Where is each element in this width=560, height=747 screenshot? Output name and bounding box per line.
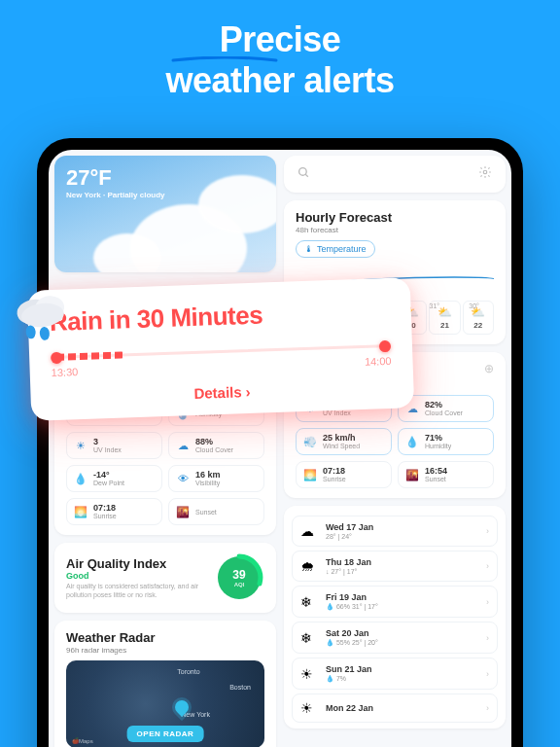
day-row[interactable]: ❄ Sat 20 Jan 💧 55% 25° | 20° › <box>292 622 498 654</box>
rain-alert-card[interactable]: Rain in 30 Minutes 13:30 14:00 Details › <box>27 277 414 421</box>
weather-icon: ☀ <box>300 700 318 716</box>
day-row[interactable]: ☁ Wed 17 Jan 28° | 24° › <box>292 516 498 547</box>
stat-label: UV Index <box>93 446 122 453</box>
stat-value: 07:18 <box>323 467 346 476</box>
spark-temp: 31° <box>429 302 439 309</box>
stat-label: Humidity <box>425 443 451 449</box>
marketing-line1: Precise <box>0 21 560 58</box>
weather-icon: ☀ <box>300 666 318 682</box>
right-column: Hourly Forecast 48h forecast 🌡 Temperatu… <box>284 156 506 747</box>
svg-point-1 <box>299 168 307 176</box>
day-row[interactable]: ☀ Sun 21 Jan 💧 7% › <box>292 658 498 690</box>
search-card <box>284 156 506 193</box>
details-label: Details <box>193 383 242 402</box>
aqi-title: Air Quality Index <box>66 556 204 571</box>
search-icon[interactable] <box>298 165 310 183</box>
thermometer-icon: 🌡 <box>304 244 313 254</box>
stat-icon: 💧 <box>405 435 419 448</box>
weather-icon: ❄ <box>300 630 318 646</box>
rain-cloud-icon <box>10 289 77 343</box>
weather-icon: ❄ <box>300 594 318 610</box>
day-name: Sun 21 Jan <box>326 664 478 674</box>
day-name: Mon 22 Jan <box>326 703 478 713</box>
stat-item: ☁ 88% Cloud Cover <box>168 432 264 459</box>
svg-point-7 <box>25 325 36 339</box>
timeline-start-handle[interactable] <box>51 352 62 364</box>
aqi-gauge: 39AQI <box>214 552 264 603</box>
day-summary: 💧 55% 25° | 20° <box>326 639 478 647</box>
stat-value: 16:54 <box>425 467 447 476</box>
gear-icon[interactable] <box>478 165 492 183</box>
map-attribution: 🍎Maps <box>72 737 93 744</box>
hourly-subtitle: 48h forecast <box>296 226 494 234</box>
stat-value: -14° <box>93 471 124 480</box>
timeline-end-handle[interactable] <box>379 340 391 352</box>
svg-point-8 <box>39 326 50 340</box>
hourly-title: Hourly Forecast <box>296 210 494 225</box>
stat-icon: 🌇 <box>176 505 190 518</box>
marketing-line2: weather alerts <box>0 62 560 99</box>
stat-item: 🌇 Sunset <box>168 498 264 525</box>
stat-value: 25 km/h <box>323 434 360 443</box>
stat-value: 3 <box>93 438 122 446</box>
stat-value: 82% <box>425 401 463 409</box>
day-name: Fri 19 Jan <box>326 592 478 602</box>
stat-item: 👁 16 km Visibility <box>168 465 264 492</box>
chevron-right-icon: › <box>486 561 489 571</box>
spark-temp: 30° <box>469 302 479 309</box>
day-row[interactable]: 🌧 Thu 18 Jan ↓ 27° | 17° › <box>292 551 498 582</box>
radar-card: Weather Radar 96h radar images Toronto B… <box>54 621 276 747</box>
stat-grid-left: ⏲ Pressure💧 Humidity☀ 3 UV Index☁ 88% Cl… <box>66 401 264 525</box>
map-city-label: Toronto <box>177 668 199 675</box>
alert-title: Rain in 30 Minutes <box>49 296 390 338</box>
daily-forecast-card: ☁ Wed 17 Jan 28° | 24° ›🌧 Thu 18 Jan ↓ 2… <box>284 506 506 729</box>
aqi-unit: AQI <box>234 582 245 587</box>
stat-item: 💨 25 km/h Wind Speed <box>296 428 392 455</box>
stat-icon: 💧 <box>74 472 88 485</box>
stat-label: Dew Point <box>93 480 124 486</box>
stat-value: 16 km <box>195 471 221 480</box>
radar-map[interactable]: Toronto Boston New York Baltimore 🍎Maps … <box>66 660 264 747</box>
stat-item: 🌇 16:54 Sunset <box>398 461 494 488</box>
current-weather-hero[interactable]: 27°F New York · Partially cloudy <box>54 156 276 272</box>
chevron-right-icon: › <box>486 526 489 536</box>
day-summary: 💧 7% <box>326 675 478 683</box>
tablet-frame: 27°F New York · Partially cloudy ⏲ Press… <box>37 138 523 747</box>
weather-icon: ☁ <box>300 523 318 539</box>
svg-line-2 <box>305 174 308 177</box>
chevron-right-icon: › <box>486 669 489 679</box>
more-icon[interactable]: ⊕ <box>484 362 494 375</box>
map-city-label: Boston <box>229 684 251 691</box>
aqi-card[interactable]: Air Quality Index Good Air quality is co… <box>54 543 276 613</box>
stat-label: Sunset <box>425 476 447 482</box>
day-row[interactable]: ☀ Mon 22 Jan › <box>292 694 498 723</box>
stat-item: 🌅 07:18 Sunrise <box>66 498 162 525</box>
alert-details-button[interactable]: Details › <box>52 378 392 407</box>
alert-start-time: 13:30 <box>52 366 79 378</box>
chevron-right-icon: › <box>486 597 489 607</box>
stat-icon: 🌅 <box>74 505 88 518</box>
stat-icon: 👁 <box>176 472 190 485</box>
stat-label: Sunset <box>195 509 217 516</box>
stat-icon: ☀ <box>74 439 88 452</box>
stat-value: 88% <box>195 438 233 446</box>
stat-label: Visibility <box>195 480 221 486</box>
stat-item: ☀ 3 UV Index <box>66 432 162 459</box>
day-row[interactable]: ❄ Fri 19 Jan 💧 66% 31° | 17° › <box>292 586 498 618</box>
day-summary: 28° | 24° <box>326 533 478 540</box>
day-name: Sat 20 Jan <box>326 628 478 638</box>
cloud-decoration <box>198 175 276 233</box>
temperature-chip[interactable]: 🌡 Temperature <box>296 240 375 258</box>
weather-icon: 🌧 <box>300 558 318 574</box>
stat-item: ☁ 82% Cloud Cover <box>398 395 494 422</box>
day-summary: 💧 66% 31° | 17° <box>326 603 478 611</box>
aqi-value: 39 <box>232 568 245 582</box>
stat-item: 💧 -14° Dew Point <box>66 465 162 492</box>
stat-icon: 🌅 <box>303 468 317 481</box>
app-screen: 27°F New York · Partially cloudy ⏲ Press… <box>49 150 511 747</box>
open-radar-button[interactable]: OPEN RADAR <box>127 726 204 742</box>
chevron-right-icon: › <box>245 383 251 400</box>
stat-label: Sunrise <box>323 476 346 482</box>
hour-label: 21 <box>440 321 449 330</box>
stat-item: 🌅 07:18 Sunrise <box>296 461 392 488</box>
